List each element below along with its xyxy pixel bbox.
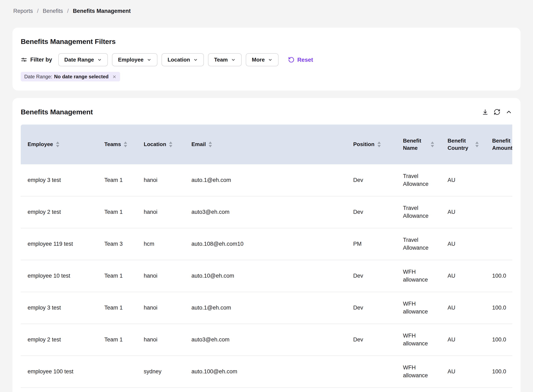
team-filter-button[interactable]: Team xyxy=(208,53,242,66)
cell-benefit-amount: 100.0 xyxy=(485,356,512,388)
cell-location: hanoi xyxy=(137,196,185,228)
cell-benefit-country: AU xyxy=(441,228,485,260)
chip-remove-button[interactable] xyxy=(112,75,117,79)
cell-position: Dev xyxy=(346,164,396,196)
cell-benefit-amount xyxy=(485,228,512,260)
cell-benefit-amount xyxy=(485,196,512,228)
cell-benefit-amount: 100.0 xyxy=(485,292,512,324)
column-header-position[interactable]: Position xyxy=(346,125,396,164)
cell-location: hanoi xyxy=(137,164,185,196)
chevron-down-icon xyxy=(97,58,102,62)
cell-position: Dev xyxy=(346,292,396,324)
cell-email: auto.10@eh.com xyxy=(185,260,346,292)
chip-value: No date range selected xyxy=(54,74,109,79)
cell-email: auto3@eh.com xyxy=(185,196,346,228)
cell-email: auto.100@eh.com xyxy=(185,356,346,388)
date-range-filter-chip: Date Range: No date range selected xyxy=(21,72,120,81)
sort-arrows-icon xyxy=(124,141,127,147)
column-header-benefit-name[interactable]: Benefit Name xyxy=(396,125,441,164)
filters-card-title: Benefits Management Filters xyxy=(21,37,512,46)
column-label: Employee xyxy=(28,141,53,148)
breadcrumb: Reports / Benefits / Benefits Management xyxy=(12,8,521,14)
cell-benefit-amount: 100.0 xyxy=(485,260,512,292)
employee-filter-button[interactable]: Employee xyxy=(112,53,157,66)
active-filter-chips: Date Range: No date range selected xyxy=(21,72,512,81)
download-button[interactable] xyxy=(482,109,489,115)
filter-button-label: Employee xyxy=(118,56,143,63)
reset-filters-button[interactable]: Reset xyxy=(288,56,313,63)
cell-email: auto.1@eh.com xyxy=(185,164,346,196)
chip-label: Date Range: xyxy=(24,74,52,79)
cell-benefit-name: Travel Allowance xyxy=(396,228,441,260)
cell-benefit-amount: 100.0 xyxy=(485,324,512,356)
filter-by-label: Filter by xyxy=(30,56,52,63)
cell-teams xyxy=(97,356,137,388)
column-header-benefit-amount[interactable]: Benefit Amount xyxy=(485,125,512,164)
cell-benefit-name: WFH allowance xyxy=(396,292,441,324)
sort-arrows-icon xyxy=(377,141,381,147)
cell-location: hanoi xyxy=(137,292,185,324)
table-row: employ 3 test Team 1 hanoi auto.1@eh.com… xyxy=(21,292,512,324)
breadcrumb-link-benefits[interactable]: Benefits xyxy=(43,8,63,14)
breadcrumb-link-reports[interactable]: Reports xyxy=(13,8,33,14)
breadcrumb-separator: / xyxy=(37,8,39,14)
column-header-employee[interactable]: Employee xyxy=(21,125,97,164)
filter-button-label: Location xyxy=(168,56,190,63)
cell-teams: Team 3 xyxy=(97,228,137,260)
download-icon xyxy=(482,109,489,115)
filter-button-label: More xyxy=(252,56,265,63)
table-row: employee 100 test sydney auto.100@eh.com… xyxy=(21,356,512,388)
table-header-row: Employee Teams Location Email Position B… xyxy=(21,125,512,164)
collapse-button[interactable] xyxy=(505,109,512,115)
sort-arrows-icon xyxy=(475,141,479,147)
sort-arrows-icon xyxy=(209,141,212,147)
breadcrumb-current-page: Benefits Management xyxy=(73,8,131,14)
column-header-teams[interactable]: Teams xyxy=(97,125,137,164)
cell-benefit-name: WFH allowance xyxy=(396,324,441,356)
filter-button-label: Team xyxy=(214,56,228,63)
date-range-filter-button[interactable]: Date Range xyxy=(58,53,108,66)
filters-card: Benefits Management Filters Filter by Da… xyxy=(12,28,521,91)
column-header-benefit-country[interactable]: Benefit Country xyxy=(441,125,485,164)
cell-location: hcm xyxy=(137,228,185,260)
more-filter-button[interactable]: More xyxy=(246,53,279,66)
location-filter-button[interactable]: Location xyxy=(162,53,204,66)
cell-location: sydney xyxy=(137,356,185,388)
cell-position: Dev xyxy=(346,196,396,228)
cell-benefit-country: AU xyxy=(441,292,485,324)
chevron-down-icon xyxy=(268,58,272,62)
cell-employee: employee 100 test xyxy=(21,356,97,388)
sliders-icon xyxy=(21,56,27,63)
refresh-button[interactable] xyxy=(494,109,500,115)
chevron-up-icon xyxy=(505,109,512,115)
cell-employee: employ 3 test xyxy=(21,292,97,324)
table-row: employ 3 test Team 1 hanoi auto.1@eh.com… xyxy=(21,164,512,196)
filter-button-label: Date Range xyxy=(64,56,94,63)
benefits-table-container[interactable]: Employee Teams Location Email Position B… xyxy=(21,125,512,388)
benefits-table: Employee Teams Location Email Position B… xyxy=(21,125,512,388)
column-header-location[interactable]: Location xyxy=(137,125,185,164)
cell-benefit-country: AU xyxy=(441,260,485,292)
rotate-ccw-icon xyxy=(288,56,295,63)
report-title: Benefits Management xyxy=(21,107,93,116)
cell-position: PM xyxy=(346,228,396,260)
close-icon xyxy=(112,75,117,79)
breadcrumb-separator: / xyxy=(67,8,69,14)
cell-benefit-country: AU xyxy=(441,164,485,196)
cell-teams: Team 1 xyxy=(97,196,137,228)
column-label: Email xyxy=(191,141,206,148)
cell-email: auto.108@eh.com10 xyxy=(185,228,346,260)
cell-employee: employ 2 test xyxy=(21,324,97,356)
cell-position: Dev xyxy=(346,324,396,356)
column-label: Benefit Name xyxy=(403,137,428,152)
cell-benefit-country: AU xyxy=(441,196,485,228)
cell-location: hanoi xyxy=(137,324,185,356)
sync-icon xyxy=(494,109,500,115)
sort-arrows-icon xyxy=(431,141,434,147)
table-row: employee 119 test Team 3 hcm auto.108@eh… xyxy=(21,228,512,260)
table-row: employee 10 test Team 1 hanoi auto.10@eh… xyxy=(21,260,512,292)
cell-position xyxy=(346,356,396,388)
cell-benefit-amount xyxy=(485,164,512,196)
column-header-email[interactable]: Email xyxy=(185,125,346,164)
cell-benefit-country: AU xyxy=(441,356,485,388)
